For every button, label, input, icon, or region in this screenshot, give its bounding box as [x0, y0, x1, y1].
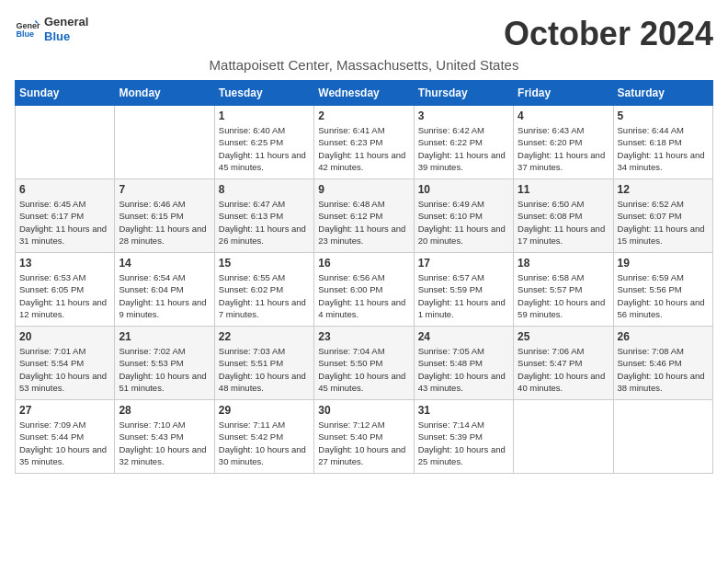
day-number: 25 [518, 330, 609, 343]
day-info: Sunrise: 6:49 AM Sunset: 6:10 PM Dayligh… [418, 198, 509, 247]
day-number: 9 [318, 183, 409, 196]
day-info: Sunrise: 6:52 AM Sunset: 6:07 PM Dayligh… [618, 198, 709, 247]
day-number: 19 [618, 257, 709, 270]
day-number: 13 [19, 257, 110, 270]
svg-text:Blue: Blue [16, 29, 34, 39]
day-number: 16 [318, 257, 409, 270]
day-number: 18 [518, 257, 609, 270]
logo-icon: General Blue [15, 17, 40, 42]
weekday-header-sunday: Sunday [16, 81, 115, 106]
calendar-cell: 25Sunrise: 7:06 AM Sunset: 5:47 PM Dayli… [514, 327, 613, 400]
calendar-cell: 29Sunrise: 7:11 AM Sunset: 5:42 PM Dayli… [214, 400, 313, 474]
weekday-header-wednesday: Wednesday [314, 81, 414, 106]
day-info: Sunrise: 7:10 AM Sunset: 5:43 PM Dayligh… [119, 419, 210, 467]
calendar-cell: 20Sunrise: 7:01 AM Sunset: 5:54 PM Dayli… [16, 327, 115, 400]
calendar-week-row: 20Sunrise: 7:01 AM Sunset: 5:54 PM Dayli… [16, 327, 713, 400]
day-info: Sunrise: 6:58 AM Sunset: 5:57 PM Dayligh… [518, 271, 609, 320]
calendar-cell: 15Sunrise: 6:55 AM Sunset: 6:02 PM Dayli… [214, 253, 313, 327]
day-number: 28 [119, 404, 210, 417]
day-info: Sunrise: 7:05 AM Sunset: 5:48 PM Dayligh… [418, 345, 509, 394]
calendar-cell: 26Sunrise: 7:08 AM Sunset: 5:46 PM Dayli… [613, 327, 712, 400]
day-info: Sunrise: 7:12 AM Sunset: 5:40 PM Dayligh… [318, 419, 409, 467]
day-number: 29 [219, 404, 310, 417]
day-number: 4 [518, 109, 609, 122]
calendar-header-row: SundayMondayTuesdayWednesdayThursdayFrid… [16, 81, 713, 106]
day-info: Sunrise: 7:04 AM Sunset: 5:50 PM Dayligh… [318, 345, 409, 394]
calendar-cell: 16Sunrise: 6:56 AM Sunset: 6:00 PM Dayli… [314, 253, 414, 327]
calendar-cell: 19Sunrise: 6:59 AM Sunset: 5:56 PM Dayli… [613, 253, 712, 327]
day-number: 30 [318, 404, 409, 417]
calendar-cell: 24Sunrise: 7:05 AM Sunset: 5:48 PM Dayli… [414, 327, 513, 400]
calendar-cell: 23Sunrise: 7:04 AM Sunset: 5:50 PM Dayli… [314, 327, 414, 400]
day-info: Sunrise: 7:08 AM Sunset: 5:46 PM Dayligh… [618, 345, 709, 394]
day-info: Sunrise: 7:09 AM Sunset: 5:44 PM Dayligh… [19, 419, 110, 467]
day-number: 15 [219, 257, 310, 270]
weekday-header-tuesday: Tuesday [214, 81, 313, 106]
day-number: 26 [618, 330, 709, 343]
calendar-cell: 31Sunrise: 7:14 AM Sunset: 5:39 PM Dayli… [414, 400, 513, 474]
day-number: 12 [618, 183, 709, 196]
day-info: Sunrise: 6:55 AM Sunset: 6:02 PM Dayligh… [219, 271, 310, 320]
day-number: 21 [119, 330, 210, 343]
weekday-header-saturday: Saturday [613, 81, 712, 106]
calendar-cell: 18Sunrise: 6:58 AM Sunset: 5:57 PM Dayli… [514, 253, 613, 327]
logo: General Blue General Blue [15, 15, 88, 43]
day-info: Sunrise: 6:48 AM Sunset: 6:12 PM Dayligh… [318, 198, 409, 247]
calendar-cell: 12Sunrise: 6:52 AM Sunset: 6:07 PM Dayli… [613, 179, 712, 253]
day-info: Sunrise: 6:54 AM Sunset: 6:04 PM Dayligh… [119, 271, 210, 320]
day-number: 27 [19, 404, 110, 417]
calendar-week-row: 27Sunrise: 7:09 AM Sunset: 5:44 PM Dayli… [16, 400, 713, 474]
day-number: 7 [119, 183, 210, 196]
day-info: Sunrise: 7:03 AM Sunset: 5:51 PM Dayligh… [219, 345, 310, 394]
calendar-cell: 5Sunrise: 6:44 AM Sunset: 6:18 PM Daylig… [613, 106, 712, 179]
calendar-cell: 6Sunrise: 6:45 AM Sunset: 6:17 PM Daylig… [16, 179, 115, 253]
day-info: Sunrise: 6:56 AM Sunset: 6:00 PM Dayligh… [318, 271, 409, 320]
calendar-cell: 17Sunrise: 6:57 AM Sunset: 5:59 PM Dayli… [414, 253, 513, 327]
day-info: Sunrise: 7:14 AM Sunset: 5:39 PM Dayligh… [418, 419, 509, 467]
calendar-cell: 28Sunrise: 7:10 AM Sunset: 5:43 PM Dayli… [115, 400, 214, 474]
calendar-cell: 9Sunrise: 6:48 AM Sunset: 6:12 PM Daylig… [314, 179, 414, 253]
day-number: 14 [119, 257, 210, 270]
day-number: 20 [19, 330, 110, 343]
calendar-cell: 27Sunrise: 7:09 AM Sunset: 5:44 PM Dayli… [16, 400, 115, 474]
calendar-cell: 2Sunrise: 6:41 AM Sunset: 6:23 PM Daylig… [314, 106, 414, 179]
day-number: 31 [418, 404, 509, 417]
calendar-cell: 22Sunrise: 7:03 AM Sunset: 5:51 PM Dayli… [214, 327, 313, 400]
day-info: Sunrise: 6:43 AM Sunset: 6:20 PM Dayligh… [518, 124, 609, 173]
calendar-table: SundayMondayTuesdayWednesdayThursdayFrid… [15, 80, 713, 474]
calendar-cell: 21Sunrise: 7:02 AM Sunset: 5:53 PM Dayli… [115, 327, 214, 400]
calendar-cell [613, 400, 712, 474]
day-info: Sunrise: 6:47 AM Sunset: 6:13 PM Dayligh… [219, 198, 310, 247]
day-number: 5 [618, 109, 709, 122]
day-info: Sunrise: 6:46 AM Sunset: 6:15 PM Dayligh… [119, 198, 210, 247]
calendar-cell: 14Sunrise: 6:54 AM Sunset: 6:04 PM Dayli… [115, 253, 214, 327]
weekday-header-monday: Monday [115, 81, 214, 106]
page-header: General Blue General Blue October 2024 [15, 15, 713, 53]
day-number: 22 [219, 330, 310, 343]
calendar-cell: 10Sunrise: 6:49 AM Sunset: 6:10 PM Dayli… [414, 179, 513, 253]
calendar-cell: 4Sunrise: 6:43 AM Sunset: 6:20 PM Daylig… [514, 106, 613, 179]
day-number: 8 [219, 183, 310, 196]
day-info: Sunrise: 7:01 AM Sunset: 5:54 PM Dayligh… [19, 345, 110, 394]
day-info: Sunrise: 6:57 AM Sunset: 5:59 PM Dayligh… [418, 271, 509, 320]
calendar-week-row: 6Sunrise: 6:45 AM Sunset: 6:17 PM Daylig… [16, 179, 713, 253]
calendar-cell: 30Sunrise: 7:12 AM Sunset: 5:40 PM Dayli… [314, 400, 414, 474]
day-info: Sunrise: 7:11 AM Sunset: 5:42 PM Dayligh… [219, 419, 310, 467]
day-info: Sunrise: 7:06 AM Sunset: 5:47 PM Dayligh… [518, 345, 609, 394]
calendar-cell: 7Sunrise: 6:46 AM Sunset: 6:15 PM Daylig… [115, 179, 214, 253]
day-number: 2 [318, 109, 409, 122]
calendar-week-row: 1Sunrise: 6:40 AM Sunset: 6:25 PM Daylig… [16, 106, 713, 179]
day-number: 3 [418, 109, 509, 122]
calendar-cell: 3Sunrise: 6:42 AM Sunset: 6:22 PM Daylig… [414, 106, 513, 179]
day-info: Sunrise: 6:50 AM Sunset: 6:08 PM Dayligh… [518, 198, 609, 247]
day-number: 6 [19, 183, 110, 196]
logo-text-blue: Blue [44, 29, 88, 44]
weekday-header-friday: Friday [514, 81, 613, 106]
location-title: Mattapoisett Center, Massachusetts, Unit… [15, 57, 713, 73]
day-info: Sunrise: 7:02 AM Sunset: 5:53 PM Dayligh… [119, 345, 210, 394]
calendar-cell [115, 106, 214, 179]
day-info: Sunrise: 6:53 AM Sunset: 6:05 PM Dayligh… [19, 271, 110, 320]
logo-text-general: General [44, 15, 88, 29]
calendar-cell: 8Sunrise: 6:47 AM Sunset: 6:13 PM Daylig… [214, 179, 313, 253]
day-info: Sunrise: 6:44 AM Sunset: 6:18 PM Dayligh… [618, 124, 709, 173]
